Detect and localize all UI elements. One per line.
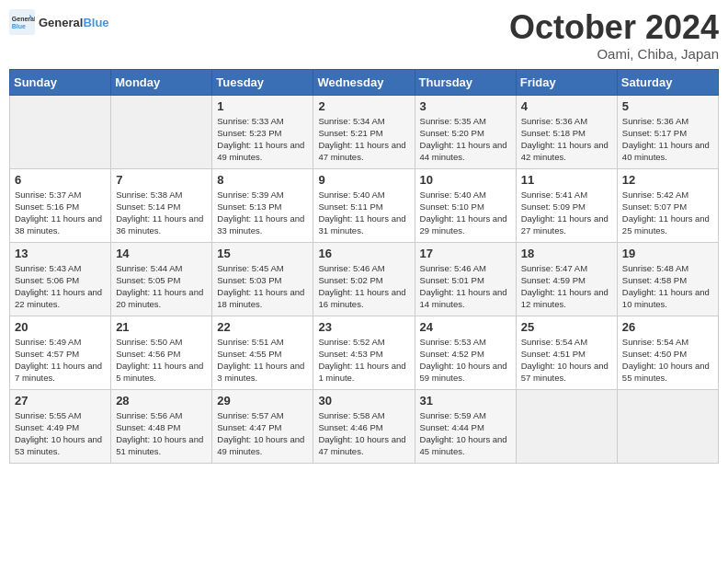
day-number: 15 [217,247,308,260]
day-number: 19 [622,247,713,260]
calendar-cell: 11Sunrise: 5:41 AM Sunset: 5:09 PM Dayli… [516,168,617,242]
day-number: 20 [15,320,106,334]
calendar-day-header: Thursday [415,69,516,95]
day-info: Sunrise: 5:36 AM Sunset: 5:17 PM Dayligh… [622,115,713,164]
day-number: 2 [318,99,409,113]
calendar-week-row: 20Sunrise: 5:49 AM Sunset: 4:57 PM Dayli… [10,316,719,389]
day-number: 27 [15,394,106,408]
calendar-cell: 3Sunrise: 5:35 AM Sunset: 5:20 PM Daylig… [415,95,516,168]
logo-text: GeneralBlue [39,16,109,29]
day-number: 9 [318,173,409,187]
calendar-cell: 28Sunrise: 5:56 AM Sunset: 4:48 PM Dayli… [111,389,212,463]
day-info: Sunrise: 5:52 AM Sunset: 4:53 PM Dayligh… [318,336,409,385]
day-info: Sunrise: 5:51 AM Sunset: 4:55 PM Dayligh… [217,336,308,385]
day-info: Sunrise: 5:45 AM Sunset: 5:03 PM Dayligh… [217,262,308,311]
day-info: Sunrise: 5:39 AM Sunset: 5:13 PM Dayligh… [217,189,308,237]
day-number: 4 [521,99,612,113]
day-info: Sunrise: 5:42 AM Sunset: 5:07 PM Dayligh… [622,189,713,237]
day-info: Sunrise: 5:37 AM Sunset: 5:16 PM Dayligh… [15,189,106,237]
calendar-cell: 19Sunrise: 5:48 AM Sunset: 4:58 PM Dayli… [617,242,718,316]
calendar-cell: 22Sunrise: 5:51 AM Sunset: 4:55 PM Dayli… [212,316,313,389]
svg-text:General: General [12,16,35,22]
day-info: Sunrise: 5:53 AM Sunset: 4:52 PM Dayligh… [420,336,511,385]
calendar-cell [111,95,212,168]
day-info: Sunrise: 5:50 AM Sunset: 4:56 PM Dayligh… [116,336,207,385]
calendar-cell: 7Sunrise: 5:38 AM Sunset: 5:14 PM Daylig… [111,168,212,242]
day-number: 1 [217,99,308,113]
day-number: 11 [521,173,612,187]
day-number: 10 [420,173,511,187]
calendar-cell: 30Sunrise: 5:58 AM Sunset: 4:46 PM Dayli… [313,389,415,463]
calendar-cell: 6Sunrise: 5:37 AM Sunset: 5:16 PM Daylig… [10,168,111,242]
day-number: 13 [15,247,106,260]
calendar-cell: 25Sunrise: 5:54 AM Sunset: 4:51 PM Dayli… [516,316,617,389]
logo-icon: General Blue [9,9,35,35]
calendar-cell [516,389,617,463]
calendar-cell: 8Sunrise: 5:39 AM Sunset: 5:13 PM Daylig… [212,168,313,242]
day-info: Sunrise: 5:41 AM Sunset: 5:09 PM Dayligh… [521,189,612,237]
calendar-cell: 16Sunrise: 5:46 AM Sunset: 5:02 PM Dayli… [313,242,415,316]
calendar-day-header: Monday [111,69,212,95]
calendar-cell: 10Sunrise: 5:40 AM Sunset: 5:10 PM Dayli… [415,168,516,242]
calendar-cell: 1Sunrise: 5:33 AM Sunset: 5:23 PM Daylig… [212,95,313,168]
calendar-week-row: 27Sunrise: 5:55 AM Sunset: 4:49 PM Dayli… [10,389,719,463]
calendar-day-header: Saturday [617,69,718,95]
calendar-day-header: Sunday [10,69,111,95]
calendar-day-header: Tuesday [212,69,313,95]
calendar-cell: 12Sunrise: 5:42 AM Sunset: 5:07 PM Dayli… [617,168,718,242]
title-block: October 2024 Oami, Chiba, Japan [509,9,719,62]
day-number: 24 [420,320,511,334]
day-number: 7 [116,173,207,187]
day-info: Sunrise: 5:48 AM Sunset: 4:58 PM Dayligh… [622,262,713,311]
day-number: 16 [318,247,409,260]
day-info: Sunrise: 5:46 AM Sunset: 5:02 PM Dayligh… [318,262,409,311]
day-number: 28 [116,394,207,408]
day-info: Sunrise: 5:46 AM Sunset: 5:01 PM Dayligh… [420,262,511,311]
day-info: Sunrise: 5:58 AM Sunset: 4:46 PM Dayligh… [318,409,409,458]
day-number: 22 [217,320,308,334]
logo: General Blue GeneralBlue [9,9,109,35]
day-number: 25 [521,320,612,334]
calendar-week-row: 6Sunrise: 5:37 AM Sunset: 5:16 PM Daylig… [10,168,719,242]
day-info: Sunrise: 5:57 AM Sunset: 4:47 PM Dayligh… [217,409,308,458]
day-number: 3 [420,99,511,113]
calendar-cell: 9Sunrise: 5:40 AM Sunset: 5:11 PM Daylig… [313,168,415,242]
day-info: Sunrise: 5:38 AM Sunset: 5:14 PM Dayligh… [116,189,207,237]
day-number: 8 [217,173,308,187]
day-number: 21 [116,320,207,334]
calendar-day-header: Wednesday [313,69,415,95]
calendar-cell: 26Sunrise: 5:54 AM Sunset: 4:50 PM Dayli… [617,316,718,389]
day-info: Sunrise: 5:33 AM Sunset: 5:23 PM Dayligh… [217,115,308,164]
day-info: Sunrise: 5:56 AM Sunset: 4:48 PM Dayligh… [116,409,207,458]
calendar-header-row: SundayMondayTuesdayWednesdayThursdayFrid… [10,69,719,95]
calendar-cell: 21Sunrise: 5:50 AM Sunset: 4:56 PM Dayli… [111,316,212,389]
calendar-cell: 2Sunrise: 5:34 AM Sunset: 5:21 PM Daylig… [313,95,415,168]
day-info: Sunrise: 5:49 AM Sunset: 4:57 PM Dayligh… [15,336,106,385]
calendar-cell [10,95,111,168]
location: Oami, Chiba, Japan [509,46,719,62]
page-header: General Blue GeneralBlue October 2024 Oa… [9,9,719,62]
calendar-week-row: 13Sunrise: 5:43 AM Sunset: 5:06 PM Dayli… [10,242,719,316]
month-title: October 2024 [509,9,719,46]
calendar-cell: 27Sunrise: 5:55 AM Sunset: 4:49 PM Dayli… [10,389,111,463]
day-number: 30 [318,394,409,408]
day-info: Sunrise: 5:34 AM Sunset: 5:21 PM Dayligh… [318,115,409,164]
day-number: 17 [420,247,511,260]
day-number: 31 [420,394,511,408]
calendar-cell: 15Sunrise: 5:45 AM Sunset: 5:03 PM Dayli… [212,242,313,316]
day-info: Sunrise: 5:43 AM Sunset: 5:06 PM Dayligh… [15,262,106,311]
day-info: Sunrise: 5:47 AM Sunset: 4:59 PM Dayligh… [521,262,612,311]
day-info: Sunrise: 5:59 AM Sunset: 4:44 PM Dayligh… [420,409,511,458]
day-info: Sunrise: 5:54 AM Sunset: 4:51 PM Dayligh… [521,336,612,385]
svg-rect-0 [9,9,35,35]
day-number: 26 [622,320,713,334]
day-number: 18 [521,247,612,260]
calendar-cell: 29Sunrise: 5:57 AM Sunset: 4:47 PM Dayli… [212,389,313,463]
day-info: Sunrise: 5:54 AM Sunset: 4:50 PM Dayligh… [622,336,713,385]
day-number: 14 [116,247,207,260]
calendar-cell: 5Sunrise: 5:36 AM Sunset: 5:17 PM Daylig… [617,95,718,168]
calendar-cell: 13Sunrise: 5:43 AM Sunset: 5:06 PM Dayli… [10,242,111,316]
calendar-day-header: Friday [516,69,617,95]
calendar-cell: 23Sunrise: 5:52 AM Sunset: 4:53 PM Dayli… [313,316,415,389]
day-number: 12 [622,173,713,187]
